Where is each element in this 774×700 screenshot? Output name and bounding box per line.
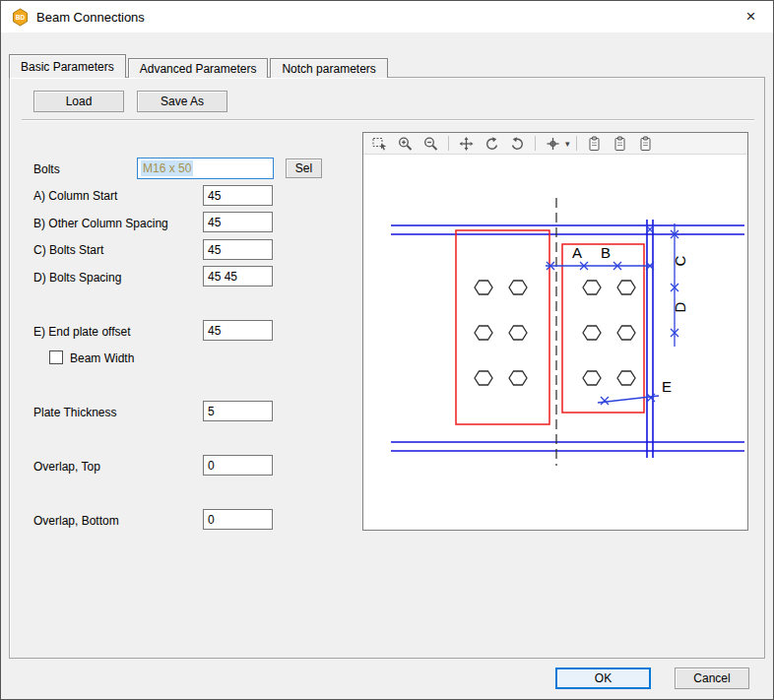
crosshair-button[interactable] xyxy=(542,135,564,153)
bolts-spacing-label: D) Bolts Spacing xyxy=(33,271,121,285)
titlebar: BD Beam Connections × xyxy=(1,1,773,32)
beam-connections-dialog: BD Beam Connections × Basic Parameters A… xyxy=(0,0,774,700)
pan-button[interactable] xyxy=(455,135,478,153)
bolts-value: M16 x 50 xyxy=(141,160,193,176)
rotate-left-icon xyxy=(484,136,500,152)
clipboard-button-2[interactable] xyxy=(609,135,631,153)
dim-label-b: B xyxy=(601,244,611,261)
tab-advanced-parameters[interactable]: Advanced Parameters xyxy=(128,58,269,78)
cancel-button[interactable]: Cancel xyxy=(675,668,749,689)
bolts-input[interactable]: M16 x 50 xyxy=(137,158,274,179)
zoom-in-icon xyxy=(397,136,414,152)
separator-line xyxy=(22,119,754,121)
zoom-window-button[interactable] xyxy=(368,135,391,153)
plate-thickness-label: Plate Thickness xyxy=(33,406,117,419)
end-plate-offset-input[interactable] xyxy=(203,320,273,341)
bolts-start-input[interactable] xyxy=(203,239,273,260)
dim-label-e: E xyxy=(662,378,672,395)
app-icon: BD xyxy=(11,8,30,27)
bolt-holes xyxy=(475,281,635,385)
app-icon-text: BD xyxy=(16,14,26,21)
zoom-in-button[interactable] xyxy=(394,135,417,153)
plate-thickness-input[interactable] xyxy=(203,401,273,421)
beam-width-checkbox[interactable] xyxy=(49,350,63,364)
dimension-marks xyxy=(546,223,678,405)
rotate-left-button[interactable] xyxy=(481,135,503,153)
dim-label-a: A xyxy=(572,244,582,261)
ok-button[interactable]: OK xyxy=(555,668,651,689)
window-title: Beam Connections xyxy=(36,10,145,25)
dim-label-d: D xyxy=(672,301,688,312)
rotate-right-icon xyxy=(509,136,526,152)
clipboard-icon xyxy=(612,136,628,152)
clipboard-icon xyxy=(586,136,603,152)
clipboard-button-1[interactable] xyxy=(583,135,606,153)
toolbar-separator xyxy=(576,136,577,151)
connection-drawing: A B C D E xyxy=(363,155,747,530)
load-button[interactable]: Load xyxy=(33,91,124,112)
close-button[interactable]: × xyxy=(729,1,773,32)
beam-width-label: Beam Width xyxy=(70,351,134,365)
other-column-spacing-label: B) Other Column Spacing xyxy=(33,217,168,230)
zoom-out-button[interactable] xyxy=(419,135,442,153)
clipboard-button-3[interactable] xyxy=(634,135,657,153)
overlap-top-input[interactable] xyxy=(203,455,273,476)
beam-flange-lines xyxy=(391,220,744,458)
other-column-spacing-input[interactable] xyxy=(203,212,273,232)
preview-toolbar: ▾ xyxy=(363,133,747,155)
toolbar-separator xyxy=(448,136,449,151)
dim-label-c: C xyxy=(672,255,688,266)
sel-button[interactable]: Sel xyxy=(286,159,322,178)
overlap-bottom-label: Overlap, Bottom xyxy=(33,514,119,528)
column-start-label: A) Column Start xyxy=(33,189,117,203)
overlap-top-label: Overlap, Top xyxy=(33,460,100,474)
bolts-start-label: C) Bolts Start xyxy=(33,243,103,257)
preview-pane: ▾ xyxy=(362,132,748,531)
clipboard-icon xyxy=(637,136,654,152)
end-plate-offset-label: E) End plate offset xyxy=(33,325,131,339)
close-icon: × xyxy=(746,7,756,27)
dropdown-arrow-icon[interactable]: ▾ xyxy=(565,139,570,149)
bolts-label: Bolts xyxy=(33,162,60,176)
rotate-right-button[interactable] xyxy=(506,135,529,153)
toolbar-separator xyxy=(535,136,536,151)
overlap-bottom-input[interactable] xyxy=(203,509,273,530)
crosshair-icon xyxy=(545,136,561,152)
tab-notch-parameters[interactable]: Notch parameters xyxy=(270,58,387,78)
tab-strip: Basic Parameters Advanced Parameters Not… xyxy=(9,54,390,78)
pan-icon xyxy=(458,136,475,152)
column-start-input[interactable] xyxy=(203,185,273,206)
bolts-spacing-input[interactable] xyxy=(203,266,273,286)
tab-basic-parameters[interactable]: Basic Parameters xyxy=(9,54,126,78)
zoom-window-icon xyxy=(371,136,388,152)
zoom-out-icon xyxy=(422,136,439,152)
save-as-button[interactable]: Save As xyxy=(137,91,227,112)
